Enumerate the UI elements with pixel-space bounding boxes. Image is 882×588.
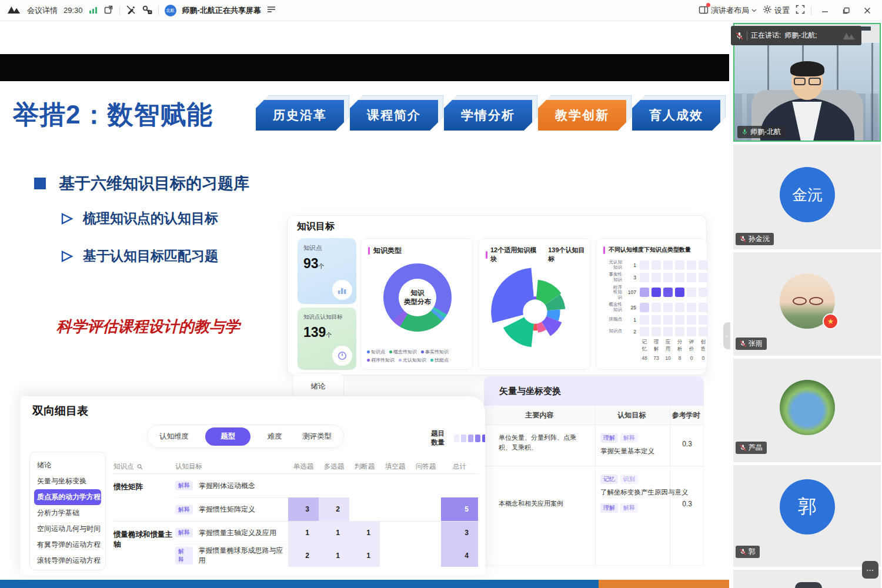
slide-bullet-1: 梳理知识点的认知目标 [83,209,218,228]
sidebar-item-intro[interactable]: 绪论 [34,457,101,473]
maximize-button[interactable] [838,4,854,18]
col-header-knowledge-point: 知识点 [113,460,175,474]
meeting-titlebar: 会议详情 29:30 北航 师鹏-北航正在共享屏幕 演讲者布局 [0,0,882,21]
cell-total: 3 [441,521,478,544]
heatmap-cell [675,327,684,336]
more-options-button[interactable]: ⋯ [862,561,878,579]
sidebar-item-winged-missile[interactable]: 有翼导弹的运动方程 [34,537,101,553]
sidebar-item-vector[interactable]: 矢量与坐标变换 [34,473,101,489]
toolbar-divider [811,6,811,15]
heatmap-col-label: 评价 [687,339,696,353]
slide-heading: 基于六维知识目标的习题库 [59,173,249,194]
cell-value [380,521,410,544]
cognition-badge: 解释 [175,547,193,564]
slide-bottom-bar-orange [599,580,729,588]
nav-button-education-outcome[interactable]: 育人成效 [632,100,720,131]
heatmap-row-count: 2 [624,329,637,335]
chart-card-title-right: 139个认知目标 [548,246,590,263]
cell-value [380,474,410,497]
cell-value [288,474,319,497]
heatmap-cell [675,260,684,270]
heatmap-col-label: 应用 [663,339,673,353]
fullscreen-button[interactable] [796,5,805,16]
tab-cognitive-dimension[interactable]: 认知维度 [156,429,192,444]
heatmap-cell [699,288,708,297]
col-header-total: 总计 [441,460,478,474]
legend-swatch [454,435,459,442]
layout-button[interactable]: 演讲者布局 [699,5,757,16]
nav-button-history[interactable]: 历史沿革 [256,100,344,131]
sidebar-item-space-motion[interactable]: 空间运动几何与时间 [34,521,101,537]
panel-expand-handle[interactable]: › [723,322,730,349]
heatmap-row-count: 107 [624,289,637,295]
heatmap-cell [675,273,684,282]
chart-card-title: 知识类型 [373,246,402,256]
close-button[interactable] [860,4,875,18]
cognition-badge: 解释 [175,528,193,537]
col-header-ref-hours: 参考学时 [669,406,703,425]
stat-value: 139 [303,325,326,340]
notification-dot [706,3,710,7]
table-divider [595,406,596,565]
sidebar-item-particle-dynamics[interactable]: 质点系的动力学方程 [34,489,101,505]
speaking-banner-speaker: 师鹏-北航; [784,31,817,41]
heatmap-cell [699,327,708,336]
nav-button-teaching-innovation[interactable]: 教学创新 [538,100,626,131]
settings-button[interactable]: 设置 [763,5,790,16]
heatmap-row-label: 技能点 [601,317,622,322]
heatmap-row-label: 事实性 知识 [601,272,622,282]
participant-name: 孙金沅 [749,234,770,244]
mic-muted-icon [740,548,746,556]
heatmap-col-count: 48 [640,355,649,361]
cell-value: 1 [288,521,319,544]
col-header-fill-blank: 填空题 [380,460,410,474]
section-header-vector-transform: 矢量与坐标变换 [484,376,704,406]
sidebar-item-rolling-missile[interactable]: 滚转导弹的运动方程 [34,553,101,569]
cell-value [319,474,349,497]
cell-value: 2 [288,544,319,567]
settings-button-label: 设置 [774,5,790,16]
open-external-icon[interactable] [103,5,113,16]
participant-name-tag: 师鹏-北航 [737,126,785,138]
slide-top-black-band [0,54,729,81]
legend-item: 程序性知识 [371,357,395,363]
donut-center-line2: 类型分布 [404,298,431,306]
meeting-details-button[interactable]: 会议详情 [27,5,58,16]
heatmap-cell [687,288,696,297]
sidebar-item-analytical-mechanics[interactable]: 分析力学基础 [34,505,101,521]
legend-swatch [482,435,485,442]
heatmap-col-count: 73 [652,355,661,361]
heatmap-col-count: 0 [687,355,696,361]
search-icon[interactable] [137,464,143,470]
participant-name: 郭 [749,547,756,557]
mic-muted-icon [736,32,743,40]
flag-badge: ★ [823,313,838,329]
cell-value: 2 [319,497,349,521]
objective-text: 掌握矢量基本定义 [600,447,654,456]
table-row-objective: 解释 掌握惯量主轴定义及应用 [175,521,288,544]
tab-assessment-type[interactable]: 测评类型 [299,429,335,444]
arrow-bullet-icon [61,212,74,225]
col-header-cognitive-objective: 认知目标 [594,406,669,425]
heatmap-cell [687,273,696,282]
nav-button-course-intro[interactable]: 课程简介 [350,100,438,131]
share-details-list-icon[interactable] [267,6,276,15]
legend-swatch [461,435,466,442]
minimize-button[interactable] [817,4,833,18]
cell-value: 1 [349,544,380,567]
slide-callout-red: 科学评估课程设计的教与学 [56,316,240,337]
tab-difficulty[interactable]: 难度 [264,429,286,444]
legend-item: 概念性知识 [393,349,417,355]
key-lock-icon[interactable] [142,5,152,16]
cell-value [380,497,410,521]
heatmap-cell [663,315,673,325]
heatmap-cell [652,288,661,297]
legend-item: 技能点 [435,357,449,363]
heatmap-cell [699,315,708,325]
annotation-pen-off-icon[interactable] [126,5,136,16]
heatmap-row-count: 25 [624,305,637,310]
tab-question-type[interactable]: 题型 [205,427,250,446]
legend-item: 元认知知识 [403,357,426,363]
participant-name: 芦晶 [749,443,763,453]
nav-button-learning-analysis[interactable]: 学情分析 [444,100,532,131]
